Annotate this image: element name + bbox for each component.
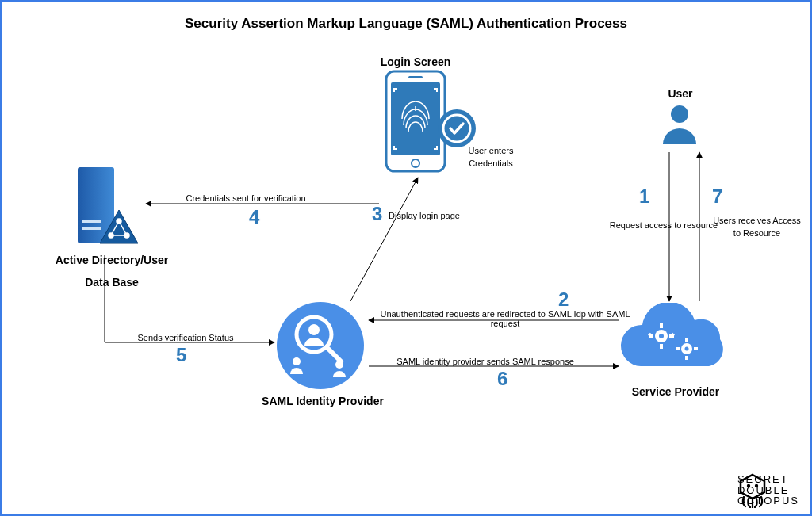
step-1-num: 1 xyxy=(639,185,649,208)
octopus-icon xyxy=(737,473,768,508)
diagram-frame: Security Assertion Markup Language (SAML… xyxy=(0,0,812,516)
step-7-num: 7 xyxy=(712,185,722,208)
step-5-label: Sends verification Status xyxy=(122,333,249,342)
step-7-label-l1: Users receives Access xyxy=(707,216,806,225)
step-3-label: Display login page xyxy=(389,211,476,220)
step-7-label-l2: to Resource xyxy=(707,228,806,238)
step-5-num: 5 xyxy=(176,344,186,366)
step-4-num: 4 xyxy=(249,206,259,228)
step-2-num: 2 xyxy=(558,289,569,311)
step-2-label: Unauthenticated requests are redirected … xyxy=(374,309,636,328)
step-1-label: Request access to resource xyxy=(604,220,723,230)
arrows-layer xyxy=(2,2,810,514)
svg-point-44 xyxy=(747,484,750,487)
step-6-num: 6 xyxy=(497,368,508,390)
svg-marker-43 xyxy=(741,475,764,499)
step-6-label: SAML identity provider sends SAML respon… xyxy=(382,357,588,366)
step-4-label: Credentials sent for verification xyxy=(167,193,325,203)
brand-logo: SECRET DOUBLE OCTOPUS xyxy=(737,474,799,506)
step-3-num: 3 xyxy=(372,203,382,225)
svg-point-45 xyxy=(755,484,758,487)
svg-line-41 xyxy=(350,178,418,301)
